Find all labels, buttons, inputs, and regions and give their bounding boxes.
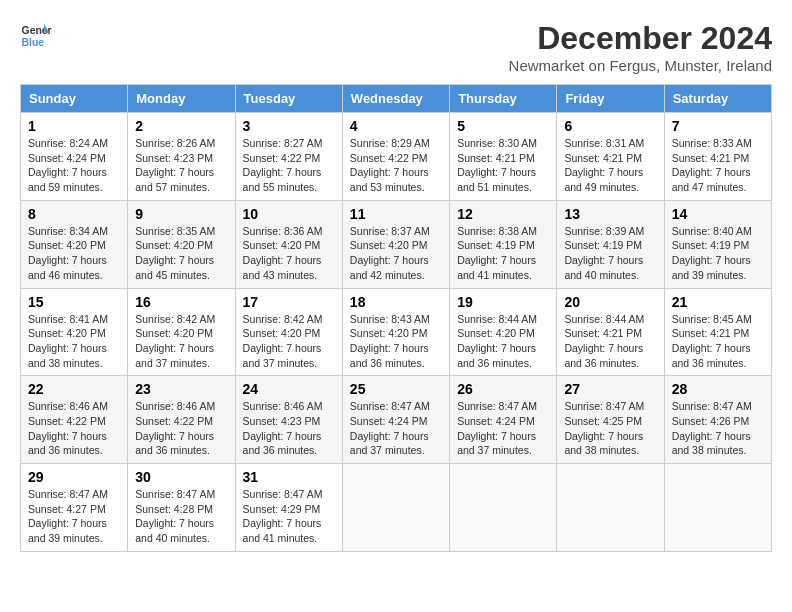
page-header: General Blue December 2024 Newmarket on … [20,20,772,74]
day-detail: Sunrise: 8:31 AMSunset: 4:21 PMDaylight:… [564,137,644,193]
day-number: 26 [457,381,549,397]
day-detail: Sunrise: 8:39 AMSunset: 4:19 PMDaylight:… [564,225,644,281]
logo: General Blue [20,20,52,52]
calendar-cell: 14 Sunrise: 8:40 AMSunset: 4:19 PMDaylig… [664,200,771,288]
day-detail: Sunrise: 8:38 AMSunset: 4:19 PMDaylight:… [457,225,537,281]
day-number: 18 [350,294,442,310]
calendar-cell: 11 Sunrise: 8:37 AMSunset: 4:20 PMDaylig… [342,200,449,288]
day-detail: Sunrise: 8:46 AMSunset: 4:23 PMDaylight:… [243,400,323,456]
day-number: 27 [564,381,656,397]
calendar-cell: 10 Sunrise: 8:36 AMSunset: 4:20 PMDaylig… [235,200,342,288]
day-detail: Sunrise: 8:30 AMSunset: 4:21 PMDaylight:… [457,137,537,193]
calendar-cell: 19 Sunrise: 8:44 AMSunset: 4:20 PMDaylig… [450,288,557,376]
title-area: December 2024 Newmarket on Fergus, Munst… [509,20,772,74]
day-number: 4 [350,118,442,134]
day-number: 23 [135,381,227,397]
day-detail: Sunrise: 8:34 AMSunset: 4:20 PMDaylight:… [28,225,108,281]
day-number: 17 [243,294,335,310]
day-number: 2 [135,118,227,134]
day-number: 10 [243,206,335,222]
day-detail: Sunrise: 8:26 AMSunset: 4:23 PMDaylight:… [135,137,215,193]
day-number: 16 [135,294,227,310]
calendar-cell [342,464,449,552]
day-number: 1 [28,118,120,134]
day-detail: Sunrise: 8:46 AMSunset: 4:22 PMDaylight:… [28,400,108,456]
day-detail: Sunrise: 8:44 AMSunset: 4:20 PMDaylight:… [457,313,537,369]
calendar-week-row: 22 Sunrise: 8:46 AMSunset: 4:22 PMDaylig… [21,376,772,464]
day-number: 13 [564,206,656,222]
calendar-cell: 15 Sunrise: 8:41 AMSunset: 4:20 PMDaylig… [21,288,128,376]
calendar-cell: 24 Sunrise: 8:46 AMSunset: 4:23 PMDaylig… [235,376,342,464]
day-number: 14 [672,206,764,222]
day-number: 5 [457,118,549,134]
day-number: 6 [564,118,656,134]
calendar-cell: 29 Sunrise: 8:47 AMSunset: 4:27 PMDaylig… [21,464,128,552]
weekday-header: Tuesday [235,85,342,113]
calendar-cell: 4 Sunrise: 8:29 AMSunset: 4:22 PMDayligh… [342,113,449,201]
calendar-cell: 17 Sunrise: 8:42 AMSunset: 4:20 PMDaylig… [235,288,342,376]
day-detail: Sunrise: 8:35 AMSunset: 4:20 PMDaylight:… [135,225,215,281]
day-detail: Sunrise: 8:43 AMSunset: 4:20 PMDaylight:… [350,313,430,369]
calendar-cell: 26 Sunrise: 8:47 AMSunset: 4:24 PMDaylig… [450,376,557,464]
day-number: 24 [243,381,335,397]
calendar-cell: 20 Sunrise: 8:44 AMSunset: 4:21 PMDaylig… [557,288,664,376]
day-detail: Sunrise: 8:24 AMSunset: 4:24 PMDaylight:… [28,137,108,193]
day-detail: Sunrise: 8:42 AMSunset: 4:20 PMDaylight:… [243,313,323,369]
calendar-cell: 2 Sunrise: 8:26 AMSunset: 4:23 PMDayligh… [128,113,235,201]
weekday-header: Monday [128,85,235,113]
calendar-week-row: 8 Sunrise: 8:34 AMSunset: 4:20 PMDayligh… [21,200,772,288]
calendar-cell [450,464,557,552]
day-number: 3 [243,118,335,134]
weekday-header: Saturday [664,85,771,113]
calendar-cell: 6 Sunrise: 8:31 AMSunset: 4:21 PMDayligh… [557,113,664,201]
weekday-header: Friday [557,85,664,113]
calendar-week-row: 1 Sunrise: 8:24 AMSunset: 4:24 PMDayligh… [21,113,772,201]
day-number: 29 [28,469,120,485]
day-number: 15 [28,294,120,310]
calendar-cell: 28 Sunrise: 8:47 AMSunset: 4:26 PMDaylig… [664,376,771,464]
day-detail: Sunrise: 8:44 AMSunset: 4:21 PMDaylight:… [564,313,644,369]
day-detail: Sunrise: 8:27 AMSunset: 4:22 PMDaylight:… [243,137,323,193]
day-detail: Sunrise: 8:42 AMSunset: 4:20 PMDaylight:… [135,313,215,369]
weekday-header: Thursday [450,85,557,113]
calendar-cell: 18 Sunrise: 8:43 AMSunset: 4:20 PMDaylig… [342,288,449,376]
day-detail: Sunrise: 8:29 AMSunset: 4:22 PMDaylight:… [350,137,430,193]
day-number: 25 [350,381,442,397]
day-number: 7 [672,118,764,134]
calendar-cell: 30 Sunrise: 8:47 AMSunset: 4:28 PMDaylig… [128,464,235,552]
day-detail: Sunrise: 8:47 AMSunset: 4:27 PMDaylight:… [28,488,108,544]
page-title: December 2024 [509,20,772,57]
day-detail: Sunrise: 8:47 AMSunset: 4:29 PMDaylight:… [243,488,323,544]
day-number: 22 [28,381,120,397]
day-detail: Sunrise: 8:47 AMSunset: 4:26 PMDaylight:… [672,400,752,456]
page-subtitle: Newmarket on Fergus, Munster, Ireland [509,57,772,74]
calendar-cell: 25 Sunrise: 8:47 AMSunset: 4:24 PMDaylig… [342,376,449,464]
weekday-header: Sunday [21,85,128,113]
calendar-cell: 27 Sunrise: 8:47 AMSunset: 4:25 PMDaylig… [557,376,664,464]
day-number: 31 [243,469,335,485]
calendar-cell: 1 Sunrise: 8:24 AMSunset: 4:24 PMDayligh… [21,113,128,201]
calendar-cell: 9 Sunrise: 8:35 AMSunset: 4:20 PMDayligh… [128,200,235,288]
day-number: 12 [457,206,549,222]
day-detail: Sunrise: 8:33 AMSunset: 4:21 PMDaylight:… [672,137,752,193]
day-detail: Sunrise: 8:46 AMSunset: 4:22 PMDaylight:… [135,400,215,456]
day-detail: Sunrise: 8:47 AMSunset: 4:28 PMDaylight:… [135,488,215,544]
day-number: 11 [350,206,442,222]
calendar-cell: 5 Sunrise: 8:30 AMSunset: 4:21 PMDayligh… [450,113,557,201]
calendar-cell: 16 Sunrise: 8:42 AMSunset: 4:20 PMDaylig… [128,288,235,376]
calendar-cell: 8 Sunrise: 8:34 AMSunset: 4:20 PMDayligh… [21,200,128,288]
day-number: 28 [672,381,764,397]
calendar-cell: 13 Sunrise: 8:39 AMSunset: 4:19 PMDaylig… [557,200,664,288]
calendar-table: SundayMondayTuesdayWednesdayThursdayFrid… [20,84,772,552]
day-number: 30 [135,469,227,485]
day-detail: Sunrise: 8:37 AMSunset: 4:20 PMDaylight:… [350,225,430,281]
calendar-cell: 21 Sunrise: 8:45 AMSunset: 4:21 PMDaylig… [664,288,771,376]
weekday-header-row: SundayMondayTuesdayWednesdayThursdayFrid… [21,85,772,113]
day-number: 19 [457,294,549,310]
calendar-cell [664,464,771,552]
calendar-cell: 7 Sunrise: 8:33 AMSunset: 4:21 PMDayligh… [664,113,771,201]
day-number: 8 [28,206,120,222]
calendar-cell: 22 Sunrise: 8:46 AMSunset: 4:22 PMDaylig… [21,376,128,464]
calendar-cell: 31 Sunrise: 8:47 AMSunset: 4:29 PMDaylig… [235,464,342,552]
day-detail: Sunrise: 8:36 AMSunset: 4:20 PMDaylight:… [243,225,323,281]
